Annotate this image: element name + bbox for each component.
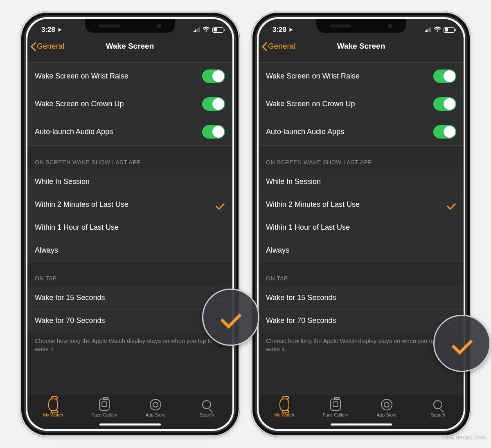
- toggle-row[interactable]: Auto-launch Audio Apps: [27, 118, 232, 146]
- option-label: Within 2 Minutes of Last Use: [35, 200, 128, 209]
- tab-label: App Store: [377, 412, 397, 417]
- section-header-last-app: ON SCREEN WAKE SHOW LAST APP: [27, 146, 232, 170]
- watch-icon: [279, 399, 289, 411]
- option-row[interactable]: Wake for 15 Seconds: [259, 286, 464, 309]
- search-icon: [202, 400, 211, 409]
- option-label: Within 2 Minutes of Last Use: [266, 200, 360, 209]
- option-row[interactable]: While In Session: [259, 170, 464, 193]
- magnifier-callout: [202, 289, 259, 346]
- toggle-switch[interactable]: [433, 97, 456, 111]
- location-icon: ➤: [57, 27, 62, 33]
- wifi-icon: [434, 27, 441, 33]
- toggle-label: Wake Screen on Crown Up: [266, 100, 355, 108]
- tab-label: Search: [200, 412, 214, 417]
- option-row[interactable]: Within 1 Hour of Last Use: [27, 216, 232, 239]
- toggle-row[interactable]: Wake Screen on Crown Up: [259, 90, 464, 118]
- option-row[interactable]: Within 2 Minutes of Last Use: [259, 193, 464, 216]
- option-label: Always: [35, 246, 58, 255]
- option-row[interactable]: Wake for 70 Seconds: [27, 309, 232, 332]
- option-row[interactable]: While In Session: [27, 170, 232, 193]
- notch: [85, 19, 175, 33]
- toggle-label: Wake Screen on Crown Up: [35, 100, 124, 108]
- checkmark-icon: [446, 201, 456, 208]
- option-row[interactable]: Always: [259, 239, 464, 262]
- checkmark-icon: [220, 309, 241, 325]
- toggle-switch[interactable]: [202, 97, 225, 111]
- option-label: Wake for 70 Seconds: [266, 316, 336, 325]
- tab-bar: My WatchFace GalleryApp StoreSearch: [27, 395, 232, 429]
- face-gallery-icon: [330, 399, 341, 411]
- checkmark-icon: [215, 201, 225, 208]
- tab-label: App Store: [146, 412, 166, 417]
- option-row[interactable]: Within 2 Minutes of Last Use: [27, 193, 232, 216]
- wifi-icon: [203, 27, 210, 33]
- toggle-switch[interactable]: [433, 69, 456, 83]
- option-label: Always: [266, 246, 289, 255]
- back-button[interactable]: General: [27, 42, 65, 51]
- section-footer-note: Choose how long the Apple Watch display …: [259, 332, 464, 353]
- home-indicator[interactable]: [99, 423, 161, 426]
- back-label: General: [268, 42, 296, 51]
- watermark: www.deuaq.com: [441, 434, 486, 441]
- toggle-row[interactable]: Wake Screen on Crown Up: [27, 90, 232, 118]
- option-label: Within 1 Hour of Last Use: [35, 223, 119, 232]
- section-header-last-app: ON SCREEN WAKE SHOW LAST APP: [259, 146, 464, 170]
- back-label: General: [37, 42, 65, 51]
- toggle-label: Auto-launch Audio Apps: [35, 128, 113, 136]
- tab-item[interactable]: Search: [181, 399, 232, 429]
- back-button[interactable]: General: [259, 42, 296, 51]
- section-header-on-tap: ON TAP: [259, 262, 464, 286]
- app-store-icon: [150, 399, 161, 410]
- option-row[interactable]: Wake for 70 Seconds: [259, 309, 464, 332]
- face-gallery-icon: [99, 399, 110, 411]
- toggle-row[interactable]: Wake Screen on Wrist Raise: [259, 63, 464, 90]
- signal-icon: [425, 27, 432, 32]
- tab-label: Face Gallery: [323, 412, 348, 417]
- chevron-left-icon: [262, 42, 267, 51]
- section-footer-note: Choose how long the Apple Watch display …: [27, 332, 232, 353]
- battery-icon: [444, 27, 455, 33]
- toggle-label: Auto-launch Audio Apps: [266, 128, 344, 136]
- tab-bar: My WatchFace GalleryApp StoreSearch: [259, 395, 464, 429]
- option-label: While In Session: [266, 177, 321, 186]
- toggle-switch[interactable]: [433, 125, 456, 139]
- tab-item[interactable]: Search: [412, 399, 464, 429]
- tab-label: Face Gallery: [92, 412, 117, 417]
- toggle-switch[interactable]: [202, 125, 225, 139]
- tab-item[interactable]: My Watch: [259, 399, 310, 429]
- tab-item[interactable]: My Watch: [27, 399, 79, 429]
- option-label: Within 1 Hour of Last Use: [266, 223, 350, 232]
- toggle-row[interactable]: Auto-launch Audio Apps: [259, 118, 464, 146]
- signal-icon: [194, 27, 200, 32]
- chevron-left-icon: [31, 42, 36, 51]
- toggle-switch[interactable]: [202, 69, 225, 83]
- location-icon: ➤: [288, 27, 293, 33]
- checkmark-icon: [451, 335, 473, 352]
- option-row[interactable]: Wake for 15 Seconds: [27, 286, 232, 309]
- magnifier-callout: [433, 315, 491, 372]
- toggle-label: Wake Screen on Wrist Raise: [266, 72, 360, 81]
- app-store-icon: [381, 399, 392, 410]
- home-indicator[interactable]: [331, 423, 392, 426]
- section-header-on-tap: ON TAP: [27, 262, 232, 286]
- option-label: Wake for 15 Seconds: [266, 293, 336, 302]
- tab-label: Search: [431, 412, 445, 417]
- toggle-row[interactable]: Wake Screen on Wrist Raise: [27, 63, 232, 90]
- search-icon: [433, 400, 442, 409]
- status-time: 3:28: [273, 26, 286, 34]
- option-label: Wake for 70 Seconds: [35, 316, 105, 325]
- option-row[interactable]: Within 1 Hour of Last Use: [259, 216, 464, 239]
- option-label: While In Session: [35, 177, 90, 186]
- notch: [316, 19, 406, 33]
- option-label: Wake for 15 Seconds: [35, 293, 105, 302]
- option-row[interactable]: Always: [27, 239, 232, 262]
- toggle-label: Wake Screen on Wrist Raise: [35, 72, 128, 81]
- battery-icon: [212, 27, 223, 33]
- status-time: 3:28: [41, 26, 55, 34]
- watch-icon: [48, 399, 58, 411]
